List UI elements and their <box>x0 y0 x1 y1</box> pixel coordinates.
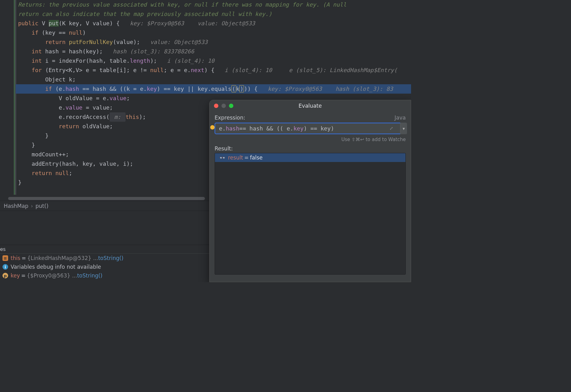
expression-input[interactable]: e.hash == hash && (( e.key) == key) ⤢ <box>215 123 406 134</box>
highlighted-paren: ) <box>239 85 244 92</box>
minimize-icon[interactable] <box>221 104 226 108</box>
result-label: Result: <box>215 145 406 152</box>
expression-label: Expression: <box>215 115 245 121</box>
breadcrumb-class[interactable]: HashMap <box>4 203 28 209</box>
result-tree[interactable]: 👓 result = false <box>215 153 406 275</box>
dropdown-icon[interactable]: ▾ <box>400 123 407 134</box>
param-hint: m: <box>110 112 126 122</box>
highlighted-paren: ( <box>231 85 236 92</box>
breadcrumb-method[interactable]: put() <box>36 203 49 209</box>
tostring-link[interactable]: toString() <box>98 255 123 261</box>
keyboard-hint: Use ⇧⌘↩ to add to Watche <box>215 137 406 142</box>
maximize-icon[interactable] <box>229 104 233 108</box>
language-label[interactable]: Java <box>395 115 406 121</box>
dialog-titlebar[interactable]: Evaluate <box>210 100 411 111</box>
dialog-title: Evaluate <box>210 103 411 109</box>
info-icon: i <box>2 264 8 270</box>
result-row[interactable]: 👓 result = false <box>215 153 405 162</box>
tostring-link[interactable]: toString() <box>77 272 102 279</box>
execution-line: if (e.hash == hash && ((k = e.key) == ke… <box>16 84 411 94</box>
javadoc-line: Returns: the previous value associated w… <box>18 1 346 8</box>
method-name: put <box>49 20 59 27</box>
javadoc-line: return can also indicate that the map pr… <box>18 11 272 17</box>
chevron-right-icon: › <box>31 203 33 209</box>
inlay-hint: key: $Proxy0@563 value: Object@533 <box>130 20 255 27</box>
expand-icon[interactable]: ⤢ <box>390 126 393 131</box>
evaluate-dialog[interactable]: Evaluate Expression: Java e.hash == hash… <box>209 100 411 282</box>
param-icon: p <box>2 273 8 278</box>
lightbulb-icon[interactable] <box>210 125 215 130</box>
watch-icon: 👓 <box>219 155 226 161</box>
object-icon: ≡ <box>2 255 8 261</box>
close-icon[interactable] <box>214 104 218 108</box>
